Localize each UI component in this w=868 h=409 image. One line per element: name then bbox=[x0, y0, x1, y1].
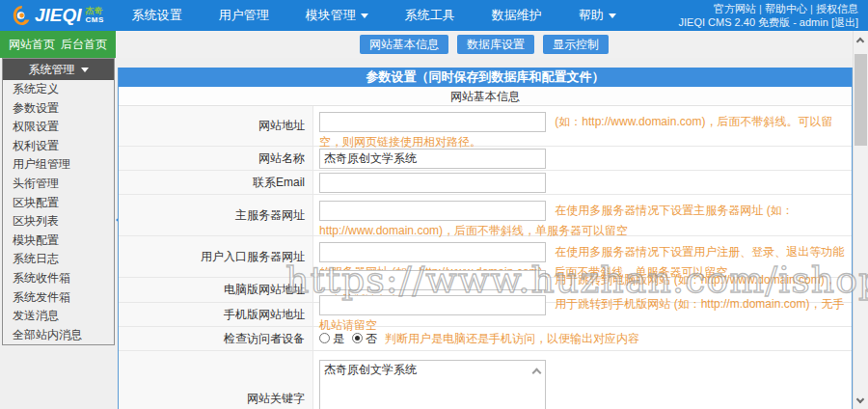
chevron-down-icon bbox=[361, 14, 368, 18]
page-title: 参数设置（同时保存到数据库和配置文件） bbox=[119, 68, 852, 87]
chevron-down-icon bbox=[81, 68, 89, 72]
scrollbar-down-icon[interactable] bbox=[856, 395, 864, 403]
sidebar-item-system-log[interactable]: 系统日志 bbox=[3, 250, 114, 269]
logo-subtitle-cms: CMS bbox=[86, 15, 104, 24]
license-info-link[interactable]: 授权信息 bbox=[807, 3, 858, 14]
sidebar-item-send-message[interactable]: 发送消息 bbox=[3, 307, 114, 326]
field-label: 用户入口服务器网址 bbox=[119, 236, 313, 277]
sidebar-item-user-group[interactable]: 用户组管理 bbox=[3, 155, 114, 175]
admin-screen: JIEQI 杰奇 CMS 系统设置 用户管理 模块管理 系统工具 数据维护 帮助… bbox=[0, 0, 868, 409]
menu-item-data-maintenance[interactable]: 数据维护 bbox=[474, 0, 560, 31]
menu-item-help[interactable]: 帮助 bbox=[560, 0, 635, 31]
topbar-right-info: 官方网站帮助中心授权信息 JIEQI CMS 2.40 免费版 - admin … bbox=[679, 2, 868, 29]
sidebar-item-title-management[interactable]: 头衔管理 bbox=[3, 175, 114, 194]
settings-tabs: 网站基本信息 数据库设置 显示控制 bbox=[116, 31, 853, 58]
site-home-link[interactable]: 网站首页 bbox=[9, 37, 55, 53]
menu-item-module-management[interactable]: 模块管理 bbox=[287, 0, 387, 31]
pc-site-url-input[interactable] bbox=[319, 270, 546, 290]
sidebar-header-system-management[interactable]: 系统管理 bbox=[3, 59, 114, 80]
official-site-link[interactable]: 官方网站 bbox=[714, 3, 756, 14]
field-label: 网站关键字 bbox=[119, 351, 313, 409]
scroll-up-icon[interactable] bbox=[532, 368, 542, 377]
sidebar-item-system-outbox[interactable]: 系统发件箱 bbox=[3, 288, 114, 308]
home-buttons: 网站首页 后台首页 bbox=[0, 31, 116, 58]
chevron-down-icon bbox=[609, 14, 616, 18]
logout-link[interactable]: [退出] bbox=[831, 16, 858, 28]
logo-swirl-icon bbox=[12, 5, 33, 26]
tab-site-basic-info[interactable]: 网站基本信息 bbox=[360, 35, 448, 54]
field-label: 联系Email bbox=[119, 171, 313, 194]
help-center-link[interactable]: 帮助中心 bbox=[756, 3, 807, 14]
sidebar-item-permission-settings[interactable]: 权限设置 bbox=[3, 118, 114, 137]
field-hint: 判断用户是电脑还是手机访问，以便输出对应内容 bbox=[385, 332, 639, 345]
page-scrollbar[interactable] bbox=[853, 31, 868, 409]
main-server-url-input[interactable] bbox=[319, 201, 546, 221]
field-label: 检查访问者设备 bbox=[119, 327, 313, 350]
top-navigation-bar: JIEQI 杰奇 CMS 系统设置 用户管理 模块管理 系统工具 数据维护 帮助… bbox=[0, 0, 868, 31]
menu-item-user-management[interactable]: 用户管理 bbox=[201, 0, 287, 31]
version-line: JIEQI CMS 2.40 免费版 - admin [退出] bbox=[679, 15, 858, 29]
form-row-check-visitor-device: 检查访问者设备 是否判断用户是电脑还是手机访问，以便输出对应内容 bbox=[119, 327, 852, 351]
form-row-main-server-url: 主服务器网址 在使用多服务器情况下设置主服务器网址 (如：http://www.… bbox=[119, 195, 852, 236]
menu-item-system-tools[interactable]: 系统工具 bbox=[387, 0, 474, 31]
sidebar-item-parameter-settings[interactable]: 参数设置 bbox=[3, 99, 114, 119]
admin-home-link[interactable]: 后台首页 bbox=[61, 37, 107, 53]
field-label: 网站地址 bbox=[119, 106, 313, 146]
field-label: 电脑版网站地址 bbox=[119, 278, 313, 302]
main-menu: 系统设置 用户管理 模块管理 系统工具 数据维护 帮助 bbox=[114, 0, 635, 31]
site-url-input[interactable] bbox=[319, 112, 546, 132]
field-label: 手机版网站地址 bbox=[119, 303, 313, 326]
version-text: JIEQI CMS 2.40 免费版 - admin bbox=[679, 16, 828, 28]
quick-bar: 网站首页 后台首页 网站基本信息 数据库设置 显示控制 bbox=[0, 31, 868, 58]
user-entry-server-url-input[interactable] bbox=[319, 242, 546, 262]
textarea-value: 杰奇原创文学系统 bbox=[324, 363, 528, 409]
settings-form-panel: 参数设置（同时保存到数据库和配置文件） 网站基本信息 网站地址 (如：http:… bbox=[118, 68, 853, 409]
tab-database-settings[interactable]: 数据库设置 bbox=[457, 35, 534, 54]
radio-no-label[interactable]: 否 bbox=[366, 332, 377, 345]
form-row-site-name: 网站名称 bbox=[119, 147, 852, 171]
form-row-mobile-site-url: 手机版网站地址 用于跳转到手机版网站 (如：http://m.domain.co… bbox=[119, 303, 852, 327]
form-row-site-url: 网站地址 (如：http://www.domain.com)，后面不带斜线。可以… bbox=[119, 106, 852, 147]
jieqi-logo[interactable]: JIEQI 杰奇 CMS bbox=[0, 0, 114, 31]
contact-email-input[interactable] bbox=[319, 173, 546, 193]
mobile-site-url-input[interactable] bbox=[319, 295, 546, 315]
textarea-scrollbar[interactable] bbox=[529, 362, 544, 409]
scrollbar-thumb[interactable] bbox=[854, 54, 867, 146]
logo-text: JIEQI bbox=[35, 5, 82, 26]
sidebar: 系统管理 系统定义 参数设置 权限设置 权利设置 用户组管理 头衔管理 区块配置… bbox=[2, 58, 115, 345]
topbar-links: 官方网站帮助中心授权信息 bbox=[679, 2, 858, 15]
sidebar-item-block-list[interactable]: 区块列表 bbox=[3, 212, 114, 232]
form-row-contact-email: 联系Email bbox=[119, 171, 852, 195]
sidebar-item-block-config[interactable]: 区块配置 bbox=[3, 194, 114, 213]
logo-subtitle-cn: 杰奇 bbox=[86, 7, 104, 15]
radio-yes[interactable] bbox=[319, 333, 330, 343]
scrollbar-up-icon[interactable] bbox=[856, 38, 864, 45]
form-row-site-keywords: 网站关键字 杰奇原创文学系统 多个关键字用";"隔开(小写分号) bbox=[119, 351, 852, 409]
tab-display-control[interactable]: 显示控制 bbox=[543, 35, 609, 54]
sidebar-item-all-site-messages[interactable]: 全部站内消息 bbox=[3, 326, 114, 345]
field-label: 网站名称 bbox=[119, 147, 313, 170]
sidebar-item-module-config[interactable]: 模块配置 bbox=[3, 232, 114, 251]
menu-item-system-settings[interactable]: 系统设置 bbox=[114, 0, 201, 31]
sidebar-item-rights-settings[interactable]: 权利设置 bbox=[3, 137, 114, 156]
radio-no[interactable] bbox=[352, 333, 363, 343]
site-keywords-textarea[interactable]: 杰奇原创文学系统 bbox=[319, 360, 546, 409]
sidebar-item-system-inbox[interactable]: 系统收件箱 bbox=[3, 269, 114, 288]
site-name-input[interactable] bbox=[319, 149, 546, 169]
section-title: 网站基本信息 bbox=[119, 87, 852, 106]
radio-yes-label[interactable]: 是 bbox=[333, 332, 344, 345]
field-label: 主服务器网址 bbox=[119, 195, 313, 235]
sidebar-item-system-definition[interactable]: 系统定义 bbox=[3, 80, 114, 99]
